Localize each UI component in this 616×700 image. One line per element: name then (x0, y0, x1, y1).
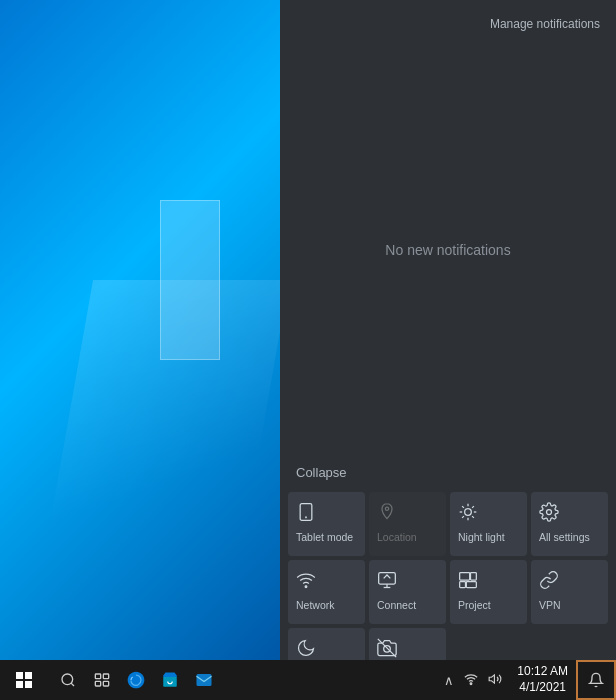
notification-center-button[interactable] (576, 660, 616, 700)
svg-point-3 (465, 509, 472, 516)
taskbar-mail[interactable] (188, 664, 220, 696)
quick-tile-project[interactable]: Project (450, 560, 527, 624)
quick-tile-tablet-mode[interactable]: Tablet mode (288, 492, 365, 556)
quick-tile-night-light[interactable]: Night light (450, 492, 527, 556)
svg-point-12 (547, 510, 552, 515)
svg-rect-29 (95, 674, 100, 679)
svg-marker-35 (489, 674, 494, 682)
svg-rect-23 (16, 672, 23, 679)
quick-tile-vpn[interactable]: VPN (531, 560, 608, 624)
svg-rect-25 (16, 681, 23, 688)
svg-rect-18 (471, 573, 477, 581)
clock-area[interactable]: 10:12 AM 4/1/2021 (509, 660, 576, 700)
quick-tile-connect[interactable]: Connect (369, 560, 446, 624)
desktop-wallpaper (0, 0, 280, 700)
night-light-icon (458, 502, 478, 525)
svg-point-13 (305, 586, 307, 588)
all-settings-icon (539, 502, 559, 525)
action-center-panel: Manage notifications No new notification… (280, 0, 616, 700)
svg-rect-33 (197, 674, 212, 686)
collapse-area: Collapse (280, 457, 616, 488)
notifications-area: No new notifications (280, 42, 616, 457)
taskbar: ∧ 10:12 AM 4/1/2021 (0, 660, 616, 700)
taskbar-pinned-apps (48, 664, 220, 696)
svg-line-22 (378, 639, 396, 657)
vpn-icon (539, 570, 559, 593)
taskbar-search[interactable] (52, 664, 84, 696)
network-label: Network (296, 599, 335, 612)
tablet-mode-icon (296, 502, 316, 525)
tray-chevron[interactable]: ∧ (441, 671, 457, 690)
desktop-window-graphic (160, 200, 220, 360)
clock-date: 4/1/2021 (519, 680, 566, 696)
tray-volume-icon[interactable] (485, 670, 505, 691)
svg-rect-26 (25, 681, 32, 688)
network-icon (296, 570, 316, 593)
taskbar-task-view[interactable] (86, 664, 118, 696)
svg-rect-32 (103, 681, 108, 686)
svg-point-27 (62, 674, 73, 685)
connect-label: Connect (377, 599, 416, 612)
tray-icons-area: ∧ (437, 670, 509, 691)
vpn-label: VPN (539, 599, 561, 612)
svg-point-34 (470, 682, 472, 684)
location-label: Location (377, 531, 417, 544)
svg-rect-24 (25, 672, 32, 679)
svg-line-28 (71, 683, 74, 686)
svg-point-2 (385, 507, 388, 510)
night-light-label: Night light (458, 531, 505, 544)
manage-notifications-button[interactable]: Manage notifications (490, 17, 600, 31)
all-settings-label: All settings (539, 531, 590, 544)
svg-rect-20 (466, 582, 476, 588)
svg-rect-31 (95, 681, 100, 686)
svg-line-10 (462, 516, 464, 518)
connect-icon (377, 570, 397, 593)
taskbar-edge[interactable] (120, 664, 152, 696)
location-icon (377, 502, 397, 525)
project-label: Project (458, 599, 491, 612)
collapse-button[interactable]: Collapse (296, 463, 347, 482)
tray-network-icon[interactable] (461, 670, 481, 691)
svg-line-11 (472, 506, 474, 508)
start-button[interactable] (0, 660, 48, 700)
svg-rect-30 (103, 674, 108, 679)
quick-tile-network[interactable]: Network (288, 560, 365, 624)
focus-assist-icon (296, 638, 316, 661)
tablet-mode-label: Tablet mode (296, 531, 353, 544)
svg-rect-17 (460, 573, 470, 581)
screen-snip-icon (377, 638, 397, 661)
svg-line-9 (472, 516, 474, 518)
clock-time: 10:12 AM (517, 664, 568, 680)
system-tray: ∧ 10:12 AM 4/1/2021 (437, 660, 616, 700)
quick-tile-all-settings[interactable]: All settings (531, 492, 608, 556)
taskbar-store[interactable] (154, 664, 186, 696)
no-notifications-text: No new notifications (385, 242, 510, 258)
manage-notifications-area: Manage notifications (280, 0, 616, 42)
project-icon (458, 570, 478, 593)
svg-line-8 (462, 506, 464, 508)
quick-tile-location[interactable]: Location (369, 492, 446, 556)
svg-rect-19 (460, 582, 466, 588)
